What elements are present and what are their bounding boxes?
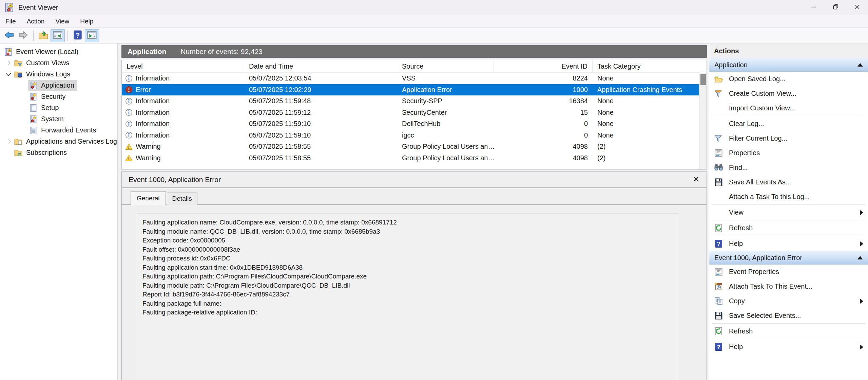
action-filter-current-log[interactable]: Filter Current Log... [709, 131, 868, 146]
action-save-selected-events[interactable]: Save Selected Events... [709, 308, 868, 323]
event-datetime: 05/07/2025 11:59:10 [244, 131, 397, 139]
collapse-icon[interactable] [857, 256, 863, 259]
event-task-category: None [593, 131, 699, 139]
level-label: Information [136, 97, 170, 105]
event-id: 1000 [494, 86, 593, 94]
action-label: Import Custom View... [729, 104, 795, 112]
event-datetime: 05/07/2025 11:59:48 [244, 97, 397, 105]
menu-view[interactable]: View [50, 15, 75, 28]
minimize-button[interactable] [803, 0, 825, 15]
action-save-all-events-as[interactable]: Save All Events As... [709, 175, 868, 189]
event-task-category: Application Crashing Events [593, 86, 699, 94]
action-import-custom-view[interactable]: Import Custom View... [709, 101, 868, 115]
log-plain-icon [29, 104, 38, 112]
actions-section-event[interactable]: Event 1000, Application Error [709, 251, 868, 265]
action-refresh[interactable]: Refresh [709, 221, 868, 235]
forward-button[interactable] [16, 29, 31, 42]
event-row[interactable]: Information 05/07/2025 11:59:12 Security… [122, 107, 699, 119]
chevron-right-icon[interactable] [3, 57, 13, 69]
chevron-down-icon[interactable] [3, 69, 13, 80]
help-button[interactable]: ? [71, 29, 85, 42]
tree-item-application[interactable]: Application [0, 80, 117, 91]
action-attach-task-to-log[interactable]: Attach a Task To this Log... [709, 189, 868, 204]
tree-item-windows-logs[interactable]: Windows Logs [0, 69, 117, 80]
event-row-selected[interactable]: Error 05/07/2025 12:02:29 Application Er… [122, 84, 699, 96]
level-label: Error [136, 86, 151, 94]
action-attach-task-to-event[interactable]: Attach Task To This Event... [709, 279, 868, 294]
event-id: 0 [494, 131, 593, 139]
column-header-datetime[interactable]: Date and Time [244, 60, 397, 72]
event-source: Group Policy Local Users an… [397, 143, 494, 150]
tab-details[interactable]: Details [167, 193, 197, 205]
action-label: Refresh [729, 327, 753, 335]
menu-file[interactable]: File [0, 15, 21, 28]
column-header-task-category[interactable]: Task Category [593, 60, 699, 72]
detail-close-button[interactable] [692, 176, 700, 183]
column-header-event-id[interactable]: Event ID [494, 60, 593, 72]
action-event-properties[interactable]: Event Properties [709, 265, 868, 279]
detail-line: Faulting package full name: [142, 299, 672, 308]
submenu-arrow-icon [860, 241, 863, 247]
level-label: Information [136, 131, 170, 139]
tree-item-security[interactable]: Security [0, 91, 117, 102]
event-source: VSS [397, 74, 494, 82]
event-task-category: None [593, 120, 699, 128]
action-help-event[interactable]: ?Help [709, 340, 868, 354]
tree-item-system[interactable]: System [0, 113, 117, 125]
action-copy[interactable]: Copy [709, 294, 868, 308]
action-pane-toggle-button[interactable] [85, 29, 99, 42]
back-button[interactable] [2, 29, 16, 42]
action-clear-log[interactable]: Clear Log... [709, 116, 868, 131]
event-count: Number of events: 92,423 [180, 48, 263, 56]
chevron-right-icon[interactable] [3, 136, 13, 147]
info-icon [125, 120, 133, 128]
event-row[interactable]: Information 05/07/2025 11:59:48 Security… [122, 95, 699, 107]
tree-item-event-viewer-local[interactable]: Event Viewer (Local) [0, 46, 117, 57]
action-help[interactable]: ?Help [709, 236, 868, 251]
svg-text:?: ? [76, 31, 80, 39]
column-header-level[interactable]: Level [122, 60, 244, 72]
close-button[interactable] [846, 0, 868, 15]
toolbar-separator [67, 31, 68, 41]
event-row[interactable]: Warning 05/07/2025 11:58:55 Group Policy… [122, 141, 699, 152]
action-view[interactable]: View [709, 205, 868, 220]
menu-help[interactable]: Help [75, 15, 99, 28]
action-open-saved-log[interactable]: Open Saved Log... [709, 72, 868, 86]
event-row[interactable]: Information 05/07/2025 11:59:10 DellTech… [122, 118, 699, 130]
event-row[interactable]: Warning 05/07/2025 11:58:55 Group Policy… [122, 152, 699, 164]
restore-button[interactable] [825, 0, 846, 15]
tree-item-subscriptions[interactable]: Subscriptions [0, 147, 117, 158]
action-find[interactable]: Find... [709, 160, 868, 175]
event-row[interactable]: Information 05/07/2025 11:59:10 igcc 0 N… [122, 130, 699, 141]
action-refresh-event[interactable]: Refresh [709, 324, 868, 339]
actions-section-application[interactable]: Application [709, 58, 868, 72]
detail-line: Faulting application name: CloudCompare.… [142, 218, 672, 227]
collapse-icon[interactable] [857, 63, 863, 67]
console-tree-toggle-button[interactable] [51, 29, 65, 42]
scrollbar-thumb[interactable] [700, 74, 706, 85]
restore-icon [832, 3, 839, 12]
level-label: Information [136, 109, 170, 116]
tree-item-setup[interactable]: Setup [0, 102, 117, 113]
actions-title: Actions [709, 44, 868, 58]
tab-general[interactable]: General [131, 191, 166, 205]
open-saved-log-button[interactable] [36, 29, 51, 42]
column-header-source[interactable]: Source [397, 60, 494, 72]
open-saved-log-icon [38, 30, 49, 41]
event-row[interactable]: Information 05/07/2025 12:03:54 VSS 8224… [122, 73, 699, 84]
action-label: Save All Events As... [729, 178, 791, 186]
action-create-custom-view[interactable]: Create Custom View... [709, 86, 868, 101]
vertical-scrollbar[interactable] [699, 73, 707, 169]
menu-action[interactable]: Action [21, 15, 50, 28]
action-properties[interactable]: Properties [709, 146, 868, 160]
tree-item-label: Setup [41, 104, 59, 112]
tree-item-forwarded-events[interactable]: Forwarded Events [0, 125, 117, 136]
tree-item-custom-views[interactable]: Custom Views [0, 57, 117, 69]
event-source: Application Error [397, 86, 494, 94]
warning-icon [125, 143, 133, 150]
console-tree-pane: Event Viewer (Local) Custom Views Window… [0, 43, 118, 380]
tree-item-apps-services-logs[interactable]: Applications and Services Log [0, 136, 117, 147]
tree-item-label: Security [41, 93, 65, 101]
warning-icon [125, 154, 133, 162]
forward-arrow-icon [18, 30, 28, 41]
